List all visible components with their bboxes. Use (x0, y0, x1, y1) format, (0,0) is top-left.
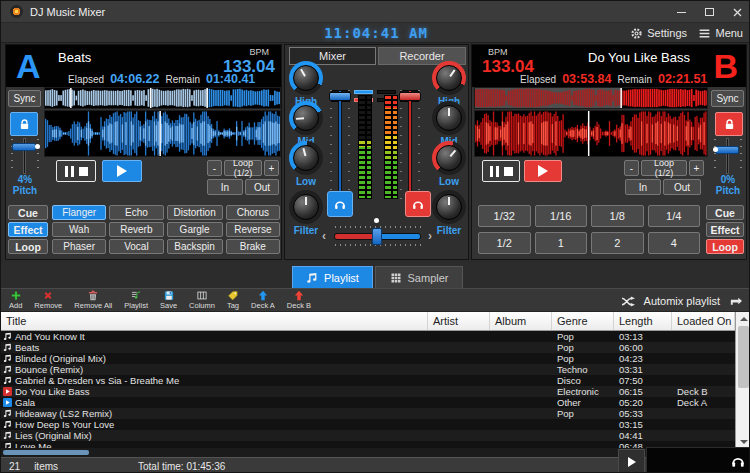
deck-a-pause-stop-button[interactable] (56, 160, 96, 182)
deck-a-keylock-button[interactable] (10, 112, 38, 136)
deck-b-mode-button[interactable]: Effect (706, 222, 744, 237)
deck-a-low-knob[interactable]: Low (287, 141, 325, 187)
deck-a-volume-fader[interactable] (330, 90, 350, 202)
table-row[interactable]: Gala Other 05:20 Deck A (1, 397, 735, 408)
table-row[interactable]: Lies (Original Mix) 04:41 (1, 430, 735, 441)
column-header[interactable]: Loaded On (672, 312, 735, 330)
effect-button[interactable]: Backspin (167, 239, 223, 254)
toolbar-button[interactable]: Deck A (245, 290, 281, 310)
deck-a-loop-button[interactable]: Loop (1/2) (224, 160, 262, 176)
deck-b-mode-button[interactable]: Cue (706, 205, 744, 220)
toolbar-button[interactable]: Remove (28, 290, 68, 310)
beat-length-button[interactable]: 1/8 (591, 205, 644, 227)
effect-button[interactable]: Distortion (167, 205, 223, 220)
deck-b-overview-waveform[interactable] (474, 87, 708, 109)
table-row[interactable]: Beats Pop 06:00 (1, 342, 735, 353)
deck-a-mode-button[interactable]: Cue (8, 205, 48, 220)
table-row[interactable]: And You Know It Pop 03:13 (1, 331, 735, 342)
deck-a-pitch-slider[interactable] (10, 138, 40, 174)
deck-b-headphone-cue-button[interactable] (405, 191, 431, 217)
deck-a-filter-knob[interactable]: Filter (287, 190, 325, 236)
table-row[interactable]: How Deep Is Your Love 03:15 (1, 419, 735, 430)
deck-b-keylock-button[interactable] (715, 112, 743, 136)
tab-sampler[interactable]: Sampler (375, 266, 463, 288)
deck-b-loop-in-button[interactable]: In (625, 179, 661, 195)
settings-button[interactable]: Settings (630, 25, 687, 41)
minimize-button[interactable] (667, 1, 695, 23)
beat-length-button[interactable]: 4 (648, 232, 701, 254)
effect-button[interactable]: Brake (226, 239, 280, 254)
toolbar-button[interactable]: Remove All (68, 290, 118, 310)
deck-a-loop-minus-button[interactable]: - (207, 160, 222, 176)
toolbar-button[interactable]: Playlist (118, 290, 154, 310)
crossfader-handle[interactable] (372, 228, 382, 245)
deck-a-loop-in-button[interactable]: In (207, 179, 243, 195)
column-header[interactable]: Album (490, 312, 552, 330)
deck-b-mode-button[interactable]: Loop (706, 239, 744, 254)
beat-length-button[interactable]: 1/32 (478, 205, 531, 227)
toolbar-button[interactable]: Deck B (281, 290, 317, 310)
preview-play-button[interactable] (618, 449, 645, 473)
column-header[interactable]: Length (614, 312, 672, 330)
beat-length-button[interactable]: 1/2 (478, 232, 531, 254)
deck-b-loop-out-button[interactable]: Out (663, 179, 701, 195)
deck-b-pause-stop-button[interactable] (482, 160, 520, 182)
beat-length-button[interactable]: 1 (535, 232, 588, 254)
crossfader-right-arrow[interactable]: › (428, 229, 432, 243)
deck-b-volume-fader[interactable] (400, 90, 420, 202)
deck-b-play-button[interactable] (524, 160, 562, 182)
effect-button[interactable]: Gargle (167, 222, 223, 237)
menu-button[interactable]: Menu (698, 25, 743, 41)
deck-a-play-button[interactable] (102, 160, 142, 182)
column-header[interactable]: Genre (552, 312, 614, 330)
beat-length-button[interactable]: 1/16 (535, 205, 588, 227)
effect-button[interactable]: Phaser (52, 239, 106, 254)
deck-a-headphone-cue-button[interactable] (327, 191, 353, 217)
deck-b-main-waveform[interactable] (474, 110, 708, 157)
deck-a-mode-button[interactable]: Effect (8, 222, 48, 237)
repeat-icon[interactable] (728, 295, 743, 308)
toolbar-button[interactable]: Tag (221, 290, 245, 310)
effect-button[interactable]: Vocal (109, 239, 163, 254)
deck-a-overview-waveform[interactable] (44, 87, 281, 109)
shuffle-icon[interactable] (621, 295, 636, 308)
effect-button[interactable]: Reverse (226, 222, 280, 237)
effect-button[interactable]: Flanger (52, 205, 106, 220)
beat-length-button[interactable]: 1/4 (648, 205, 701, 227)
maximize-button[interactable] (695, 1, 723, 23)
toolbar-button[interactable]: Add (3, 290, 28, 310)
effect-button[interactable]: Chorus (226, 205, 280, 220)
deck-a-main-waveform[interactable] (44, 110, 281, 157)
table-row[interactable]: Gabriel & Dresden vs Sia - Breathe Me Di… (1, 375, 735, 386)
deck-a-sync-button[interactable]: Sync (8, 90, 41, 107)
hscrollbar-thumb[interactable] (3, 450, 89, 455)
effect-button[interactable]: Wah (52, 222, 106, 237)
close-button[interactable] (723, 1, 750, 23)
deck-b-low-knob[interactable]: Low (430, 141, 468, 187)
deck-b-loop-plus-button[interactable]: + (689, 160, 704, 176)
beat-length-button[interactable]: 2 (591, 232, 644, 254)
scroll-up-arrow[interactable] (736, 312, 750, 325)
vertical-scrollbar[interactable] (735, 312, 750, 448)
column-header[interactable]: Title (1, 312, 428, 330)
deck-b-filter-knob[interactable]: Filter (430, 190, 468, 236)
table-row[interactable]: Bounce (Remix) Techno 03:31 (1, 364, 735, 375)
column-header[interactable]: Artist (428, 312, 490, 330)
deck-a-loop-out-button[interactable]: Out (245, 179, 279, 195)
effect-button[interactable]: Reverb (109, 222, 163, 237)
scrollbar-thumb[interactable] (738, 326, 749, 388)
deck-b-loop-button[interactable]: Loop (1/2) (641, 160, 687, 176)
toolbar-button[interactable]: Column (183, 290, 221, 310)
tab-playlist[interactable]: Playlist (292, 266, 373, 288)
table-row[interactable]: Hideaway (LS2 Remix) Pop 05:33 (1, 408, 735, 419)
deck-a-mode-button[interactable]: Loop (8, 239, 48, 254)
table-row[interactable]: Blinded (Original Mix) Pop 04:23 (1, 353, 735, 364)
toolbar-button[interactable]: Save (154, 290, 183, 310)
table-row[interactable]: Do You Like Bass Electronic 06:15 Deck B (1, 386, 735, 397)
deck-b-pitch-slider[interactable] (713, 138, 743, 174)
deck-b-sync-button[interactable]: Sync (711, 90, 744, 107)
preview-player[interactable] (646, 447, 750, 473)
effect-button[interactable]: Echo (109, 205, 163, 220)
deck-a-loop-plus-button[interactable]: + (264, 160, 279, 176)
crossfader-left-arrow[interactable]: ‹ (322, 229, 326, 243)
